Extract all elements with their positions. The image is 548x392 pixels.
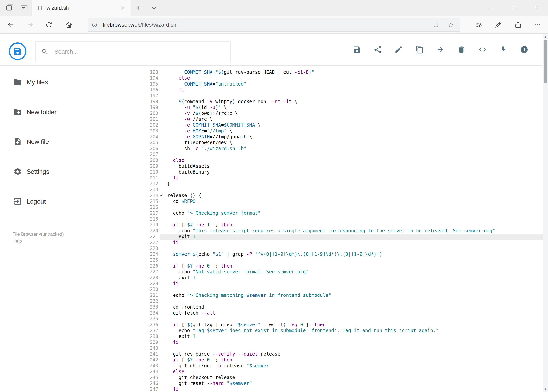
sidebar-item-new-file[interactable]: New file	[0, 127, 126, 157]
code-line[interactable]: 205 filebrowser/dev \	[126, 140, 542, 146]
code-line[interactable]: 194 else	[126, 75, 542, 81]
save-button[interactable]	[353, 45, 361, 54]
code-line[interactable]: 231 echo "> Checking matching $semver in…	[126, 292, 542, 298]
code-line[interactable]: 211 fi	[126, 175, 542, 181]
tab-list-chevron-icon[interactable]	[149, 4, 158, 12]
code-line[interactable]: 199 -u "$(id -u)" \	[126, 105, 542, 110]
share-page-button[interactable]	[512, 19, 524, 31]
code-line[interactable]: 226 if [ $? -ne 0 ]; then	[126, 263, 542, 269]
add-favorite-star-icon[interactable]	[447, 21, 454, 28]
code-line[interactable]: 238 exit 1	[126, 334, 542, 339]
code-line[interactable]: 204 -e GOPATH=//tmp/gopath \	[126, 134, 542, 140]
code-line[interactable]: 228 exit 1	[126, 275, 542, 281]
code-line[interactable]: 246 git reset --hard "$semver"	[126, 380, 542, 386]
code-line[interactable]: 243 git checkout -b release "$semver"	[126, 363, 542, 369]
rename-button[interactable]	[395, 45, 403, 54]
scroll-down-arrow-icon[interactable]: ▼	[543, 386, 548, 392]
copy-button[interactable]	[415, 45, 424, 54]
url-bar[interactable]: filebrowser.web/files/wizard.sh	[88, 18, 460, 32]
browser-tab[interactable]: wizard.sh	[32, 0, 131, 16]
code-line[interactable]: 235	[126, 316, 542, 322]
share-button[interactable]	[374, 45, 382, 54]
code-line[interactable]: 196 fi	[126, 87, 542, 93]
code-line[interactable]: 203 -e HOME="//tmp" \	[126, 128, 542, 134]
code-line[interactable]: 232	[126, 298, 542, 304]
code-line[interactable]: 219 if [ $# -ne 1 ]; then	[126, 222, 542, 228]
code-line[interactable]: 244 else	[126, 369, 542, 375]
code-line[interactable]: 201 -w //src \	[126, 116, 542, 122]
code-line[interactable]: 209 buildAssets	[126, 163, 542, 169]
code-line[interactable]: 242 if [ $? -ne 0 ]; then	[126, 357, 542, 363]
web-note-button[interactable]	[492, 19, 504, 31]
code-line[interactable]: 225	[126, 257, 542, 263]
code-line[interactable]: 241 git rev-parse --verify --quiet relea…	[126, 351, 542, 357]
sidebar-item-new-folder[interactable]: New folder	[0, 97, 126, 127]
code-line[interactable]: 218	[126, 216, 542, 222]
code-line[interactable]: 195 COMMIT_SHA="untracked"	[126, 81, 542, 87]
code-line[interactable]: 207	[126, 152, 542, 157]
tab-close-icon[interactable]	[120, 5, 126, 11]
code-line[interactable]: 220 echo "This release script requires a…	[126, 228, 542, 234]
close-button[interactable]	[525, 0, 548, 16]
code-line[interactable]: 216	[126, 204, 542, 210]
home-button[interactable]	[62, 19, 75, 31]
download-button[interactable]	[499, 45, 507, 54]
code-line[interactable]: 224 semver=$(echo "$1" | grep -P '^v(0|[…	[126, 251, 542, 257]
code-line[interactable]: 215 cd $REPO	[126, 198, 542, 204]
code-line[interactable]: 202 -e COMMIT_SHA=$COMMIT_SHA \	[126, 122, 542, 128]
code-line[interactable]: 210 buildBinary	[126, 169, 542, 175]
scroll-up-arrow-icon[interactable]: ▲	[543, 34, 548, 40]
code-line[interactable]: 234 git fetch --all	[126, 310, 542, 316]
forward-button[interactable]	[24, 19, 37, 31]
move-button[interactable]	[436, 45, 445, 54]
code-line[interactable]: 212}	[126, 181, 542, 187]
scrollbar-thumb[interactable]	[544, 40, 547, 83]
refresh-button[interactable]	[43, 19, 55, 31]
code-button[interactable]	[478, 45, 486, 54]
sidebar-item-my-files[interactable]: My files	[0, 67, 126, 97]
code-line[interactable]: 213	[126, 187, 542, 193]
site-info-icon[interactable]	[91, 22, 98, 28]
search-input[interactable]	[54, 48, 215, 55]
code-line[interactable]: 229 fi	[126, 281, 542, 287]
sidebar-item-logout[interactable]: Logout	[0, 187, 126, 216]
tabs-aside-button[interactable]	[6, 3, 14, 13]
code-line[interactable]: 208 else	[126, 157, 542, 163]
code-line[interactable]: 245 git checkout release	[126, 375, 542, 380]
code-line[interactable]: 197	[126, 93, 542, 99]
maximize-button[interactable]	[503, 0, 525, 16]
code-line[interactable]: 227 echo "Not valid semver format. See s…	[126, 269, 542, 275]
minimize-button[interactable]	[480, 0, 503, 16]
code-line[interactable]: 247 fi	[126, 386, 542, 392]
code-line[interactable]: 200 -v /$(pwd):/src:z \	[126, 110, 542, 116]
code-line[interactable]: 214▾release () {	[126, 193, 542, 198]
code-line[interactable]: 240	[126, 345, 542, 351]
app-logo[interactable]	[9, 42, 26, 60]
code-line[interactable]: 239 fi	[126, 339, 542, 345]
back-button[interactable]	[4, 19, 17, 31]
code-line[interactable]: 193 COMMIT_SHA="$(git rev-parse HEAD | c…	[126, 69, 542, 75]
delete-button[interactable]	[457, 45, 466, 54]
code-line[interactable]: 217 echo "> Checking semver format"	[126, 210, 542, 216]
search-bar[interactable]	[35, 41, 231, 62]
code-line[interactable]: 237 echo "Tag $semver does not exist in …	[126, 328, 542, 334]
new-tab-button[interactable]	[134, 4, 143, 12]
hub-favorites-button[interactable]	[473, 19, 486, 31]
code-line[interactable]: 223	[126, 245, 542, 251]
code-line[interactable]: 206 sh -c "./wizard.sh -b"	[126, 146, 542, 152]
fold-marker-icon[interactable]: ▾	[160, 193, 162, 198]
code-text: sh -c "./wizard.sh -b"	[160, 146, 542, 152]
code-line[interactable]: 236 if [ $(git tag | grep "$semver" | wc…	[126, 322, 542, 328]
code-editor[interactable]: 193 COMMIT_SHA="$(git rev-parse HEAD | c…	[126, 66, 542, 392]
code-line[interactable]: 198 $(command -v winpty) docker run --rm…	[126, 99, 542, 105]
info-button[interactable]	[520, 45, 528, 54]
more-options-button[interactable]	[531, 19, 543, 31]
set-tabs-aside-button[interactable]	[20, 3, 28, 13]
code-line[interactable]: 230	[126, 287, 542, 292]
help-link[interactable]: Help	[13, 238, 64, 245]
code-line[interactable]: 233 cd frontend	[126, 304, 542, 310]
sidebar-item-settings[interactable]: Settings	[0, 157, 126, 187]
code-line[interactable]: 222 fi	[126, 239, 542, 245]
code-line[interactable]: 221 exit 1	[126, 234, 542, 239]
reading-view-icon[interactable]	[433, 21, 439, 28]
